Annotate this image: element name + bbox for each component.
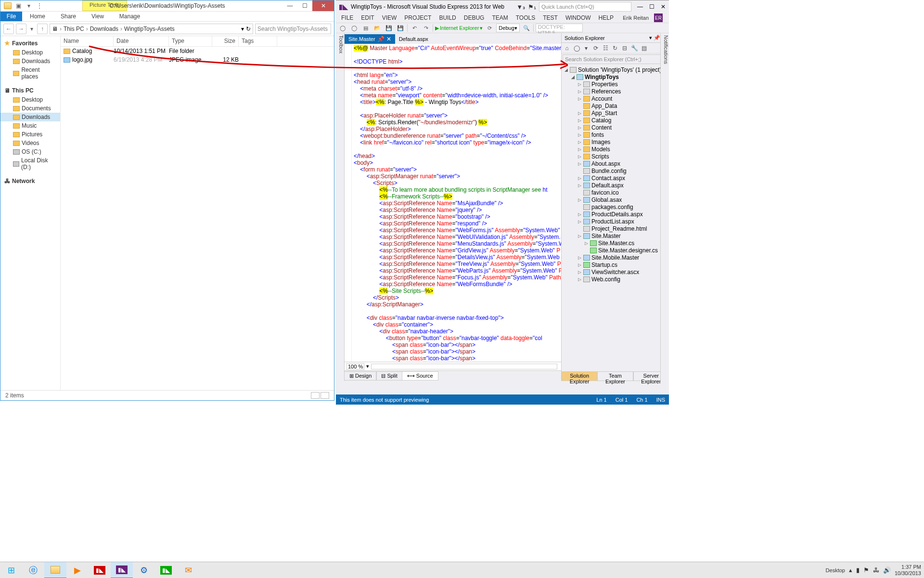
open-file-button[interactable]: 📂 <box>372 24 382 32</box>
taskbar-explorer[interactable] <box>44 562 66 578</box>
nav-pc-disk-d[interactable]: Local Disk (D:) <box>0 156 60 171</box>
menu-project[interactable]: PROJECT <box>401 14 435 21</box>
notifications-flag-icon[interactable]: ⚑₁ <box>528 3 536 11</box>
tree-node[interactable]: ▷App_Start <box>562 109 669 117</box>
taskbar-app[interactable]: ⚙ <box>133 562 155 578</box>
quick-launch-input[interactable]: Quick Launch (Ctrl+Q) <box>539 2 631 12</box>
file-row-catalog[interactable]: Catalog 10/14/2013 1:51 PM File folder <box>61 47 334 55</box>
tray-flag-icon[interactable]: ⚑ <box>863 566 869 574</box>
nav-this-pc-header[interactable]: 🖥This PC <box>0 86 60 95</box>
tree-node[interactable]: ▷ProductDetails.aspx <box>562 210 669 218</box>
nav-back-button[interactable]: ◯ <box>338 24 347 32</box>
crumb-this-pc[interactable]: This PC <box>64 26 84 32</box>
tree-node[interactable]: Site.Master.designer.cs <box>562 247 669 254</box>
nav-network-header[interactable]: 🖧Network <box>0 176 60 186</box>
taskbar-email[interactable]: ✉ <box>177 562 199 578</box>
new-folder-icon[interactable]: ▾ <box>25 1 33 10</box>
preview-button[interactable]: ▤ <box>640 45 648 52</box>
redo-button[interactable]: ↷ <box>421 24 431 32</box>
back-button[interactable]: ◯ <box>572 45 581 52</box>
refresh-button[interactable]: ↻ <box>246 26 251 32</box>
close-button[interactable]: ✕ <box>312 0 334 11</box>
tray-network-icon[interactable]: 🖧 <box>873 566 879 574</box>
menu-build[interactable]: BUILD <box>436 14 459 21</box>
tree-node[interactable]: ▷Web.config <box>562 276 669 283</box>
start-debug-button[interactable]: ▶ Internet Explorer ▾ <box>435 25 483 31</box>
maximize-button[interactable]: ☐ <box>297 0 312 11</box>
menu-help[interactable]: HELP <box>595 14 617 21</box>
doctype-dropdown[interactable]: DOCTYPE: HTML5 <box>536 24 583 32</box>
taskbar-vs2012[interactable]: ▮◣ <box>89 562 111 578</box>
up-button[interactable]: ↑ <box>37 24 48 34</box>
menu-tools[interactable]: TOOLS <box>513 14 539 21</box>
config-dropdown[interactable]: Debug ▾ <box>496 24 519 32</box>
tree-node[interactable]: ▷ProductList.aspx <box>562 218 669 225</box>
tray-show-hidden-icon[interactable]: ▴ <box>849 566 852 574</box>
tree-node[interactable]: ▷Scripts <box>562 153 669 160</box>
menu-test[interactable]: TEST <box>539 14 561 21</box>
properties-icon[interactable]: ▣ <box>14 1 23 10</box>
menu-file[interactable]: FILE <box>338 14 357 21</box>
design-tab[interactable]: ⊞ Design <box>344 371 377 381</box>
minimize-button[interactable]: — <box>282 0 297 11</box>
taskbar-media-player[interactable]: ▶ <box>66 562 89 578</box>
zoom-dropdown[interactable]: 100 % <box>346 363 364 370</box>
tree-node[interactable]: ▷fonts <box>562 131 669 138</box>
tree-node[interactable]: ▷Contact.aspx <box>562 174 669 182</box>
tree-node[interactable]: packages.config <box>562 203 669 210</box>
search-input[interactable]: Search WingtipToys-Assets <box>255 24 331 34</box>
tray-volume-icon[interactable]: 🔊 <box>883 566 891 574</box>
save-button[interactable]: 💾 <box>384 24 394 32</box>
close-icon[interactable]: ✕ <box>386 36 391 42</box>
back-button[interactable]: ← <box>3 24 14 34</box>
tree-node[interactable]: ▷About.aspx <box>562 160 669 167</box>
undo-button[interactable]: ↶ <box>410 24 419 32</box>
start-button[interactable]: ⊞ <box>0 562 22 578</box>
vs-maximize-button[interactable]: ☐ <box>646 2 657 12</box>
tab-solution-explorer[interactable]: Solution Explorer <box>562 371 597 381</box>
tray-desktop-label[interactable]: Desktop <box>826 567 845 573</box>
details-view-button[interactable] <box>311 392 320 399</box>
tree-project[interactable]: ◢WingtipToys <box>562 73 669 80</box>
menu-edit[interactable]: EDIT <box>358 14 377 21</box>
home-button[interactable]: ⌂ <box>563 45 571 52</box>
nav-pc-videos[interactable]: Videos <box>0 139 60 147</box>
tree-node[interactable]: Bundle.config <box>562 167 669 174</box>
address-breadcrumb[interactable]: 🖥› This PC› Downloads› WingtipToys-Asset… <box>50 24 253 34</box>
menu-window[interactable]: WINDOW <box>562 14 594 21</box>
taskbar-vs-green[interactable]: ▮◣ <box>155 562 177 578</box>
solution-search-input[interactable]: Search Solution Explorer (Ctrl+;) <box>563 54 668 64</box>
tree-node[interactable]: ▷Properties <box>562 80 669 88</box>
vs-close-button[interactable]: ✕ <box>657 2 669 12</box>
nav-pc-os[interactable]: OS (C:) <box>0 147 60 156</box>
nav-pc-desktop[interactable]: Desktop <box>0 95 60 104</box>
nav-pc-downloads[interactable]: Downloads <box>0 113 60 121</box>
tree-node[interactable]: ▷Site.Mobile.Master <box>562 254 669 261</box>
notifications-panel-tab[interactable]: Notifications <box>660 33 669 381</box>
nav-downloads-fav[interactable]: Downloads <box>0 57 60 66</box>
file-row-logo[interactable]: logo.jpg 6/19/2013 4:28 PM JPEG image 12… <box>61 55 334 64</box>
tree-node[interactable]: ▷References <box>562 88 669 95</box>
tree-node[interactable]: favicon.ico <box>562 189 669 196</box>
nav-recent[interactable]: Recent places <box>0 66 60 81</box>
properties-button[interactable]: 🔧 <box>630 45 639 52</box>
forward-button[interactable]: → <box>16 24 26 34</box>
split-tab[interactable]: ⊟ Split <box>376 371 402 381</box>
tray-clock[interactable]: 1:37 PM 10/30/2013 <box>895 564 921 577</box>
menu-team[interactable]: TEAM <box>488 14 511 21</box>
collapse-button[interactable]: ⊟ <box>620 45 629 52</box>
nav-fwd-button[interactable]: ◯ <box>349 24 359 32</box>
code-editor[interactable]: <%@ Master Language="C#" AutoEventWireup… <box>345 44 561 362</box>
nav-pc-music[interactable]: Music <box>0 121 60 130</box>
ribbon-view[interactable]: View <box>84 12 112 21</box>
ribbon-share[interactable]: Share <box>53 12 84 21</box>
browser-link-button[interactable]: ⟳ <box>485 24 494 32</box>
qat-more-icon[interactable]: ⋮ <box>35 1 44 10</box>
pin-icon[interactable]: 📌 <box>377 36 385 42</box>
nav-pc-documents[interactable]: Documents <box>0 104 60 113</box>
find-button[interactable]: 🔍 <box>522 24 531 32</box>
vs-minimize-button[interactable]: — <box>634 2 646 12</box>
sync-button[interactable]: ⟳ <box>591 45 600 52</box>
tree-node[interactable]: ▷Models <box>562 145 669 153</box>
crumb-assets[interactable]: WingtipToys-Assets <box>124 26 175 32</box>
